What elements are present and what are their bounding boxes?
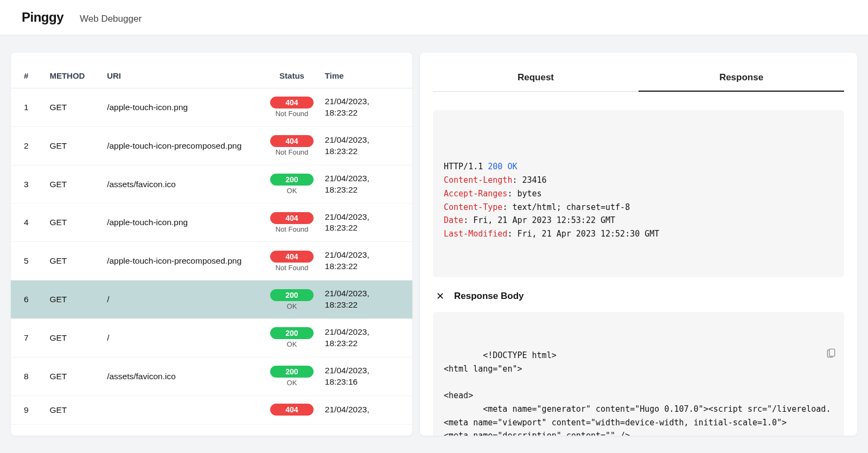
table-row[interactable]: 1GET/apple-touch-icon.png404Not Found21/… [11, 88, 412, 127]
cell-num: 2 [11, 126, 45, 165]
cell-uri: / [103, 280, 263, 319]
header-line: Accept-Ranges: bytes [444, 187, 833, 201]
details-tabs: Request Response [433, 66, 844, 92]
cell-num: 6 [11, 280, 45, 319]
status-text: OK [287, 187, 297, 195]
copy-headers-button[interactable] [826, 118, 837, 130]
status-text: Not Found [276, 110, 309, 118]
svg-rect-1 [829, 349, 835, 356]
cell-time: 21/04/2023,18:23:22 [321, 126, 412, 165]
header-line: Date: Fri, 21 Apr 2023 12:53:22 GMT [444, 214, 833, 227]
table-row[interactable]: 2GET/apple-touch-icon-precomposed.png404… [11, 126, 412, 165]
copy-body-button[interactable] [826, 320, 837, 331]
tab-response[interactable]: Response [639, 66, 844, 92]
response-body-title: Response Body [454, 291, 524, 302]
response-body-block: <!DOCTYPE html> <html lang="en"> <head> … [433, 312, 844, 436]
response-body-title-row: ✕ Response Body [433, 277, 844, 312]
response-headers-block: HTTP/1.1 200 OKContent-Length: 23416Acce… [433, 110, 844, 277]
app-header: Pinggy Web Debugger [0, 0, 868, 35]
status-text: Not Found [276, 264, 309, 272]
status-line: HTTP/1.1 200 OK [444, 160, 833, 174]
cell-time: 21/04/2023,18:23:22 [321, 319, 412, 358]
status-text: OK [287, 340, 297, 348]
table-row[interactable]: 6GET/200OK21/04/2023,18:23:22 [11, 280, 412, 319]
table-row[interactable]: 3GET/assets/favicon.ico200OK21/04/2023,1… [11, 165, 412, 203]
cell-time: 21/04/2023,18:23:22 [321, 165, 412, 203]
col-header-uri: URI [103, 66, 263, 88]
tab-request[interactable]: Request [433, 66, 639, 91]
cell-time: 21/04/2023,18:23:16 [321, 357, 412, 395]
cell-uri: / [103, 319, 263, 358]
cell-time: 21/04/2023,18:23:22 [321, 242, 412, 280]
response-body-text: <!DOCTYPE html> <html lang="en"> <head> … [444, 350, 831, 436]
table-row[interactable]: 7GET/200OK21/04/2023,18:23:22 [11, 319, 412, 358]
header-line: Content-Length: 23416 [444, 174, 833, 187]
status-badge: 404 [270, 251, 314, 263]
cell-num: 4 [11, 203, 45, 242]
cell-method: GET [45, 203, 103, 242]
cell-method: GET [45, 395, 103, 424]
cell-uri: /apple-touch-icon-precomposed.png [103, 242, 263, 280]
cell-time: 21/04/2023,18:23:22 [321, 88, 412, 127]
requests-table: # METHOD URI Status Time 1GET/apple-touc… [11, 66, 412, 425]
cell-uri: /assets/favicon.ico [103, 357, 263, 395]
cell-status: 404 [263, 395, 321, 424]
status-badge: 404 [270, 404, 314, 416]
table-row[interactable]: 4GET/apple-touch-icon.png404Not Found21/… [11, 203, 412, 242]
col-header-time: Time [321, 66, 412, 88]
cell-status: 404Not Found [263, 88, 321, 127]
response-content: HTTP/1.1 200 OKContent-Length: 23416Acce… [433, 92, 844, 436]
cell-uri: /apple-touch-icon-precomposed.png [103, 126, 263, 165]
cell-status: 200OK [263, 280, 321, 319]
cell-num: 1 [11, 88, 45, 127]
table-row[interactable]: 8GET/assets/favicon.ico200OK21/04/2023,1… [11, 357, 412, 395]
status-badge: 200 [270, 174, 314, 186]
cell-method: GET [45, 280, 103, 319]
cell-uri: /assets/favicon.ico [103, 165, 263, 203]
status-text: Not Found [276, 225, 309, 233]
cell-num: 8 [11, 357, 45, 395]
clipboard-icon [826, 347, 837, 359]
status-badge: 404 [270, 97, 314, 109]
cell-uri: /apple-touch-icon.png [103, 88, 263, 127]
cell-status: 200OK [263, 357, 321, 395]
cell-num: 5 [11, 242, 45, 280]
status-badge: 404 [270, 212, 314, 224]
cell-time: 21/04/2023,18:23:22 [321, 280, 412, 319]
col-header-method: METHOD [45, 66, 103, 88]
requests-panel: # METHOD URI Status Time 1GET/apple-touc… [11, 53, 412, 436]
cell-uri [103, 395, 263, 424]
cell-method: GET [45, 242, 103, 280]
status-badge: 200 [270, 327, 314, 339]
col-header-num: # [11, 66, 45, 88]
cell-num: 9 [11, 395, 45, 424]
app-subtitle: Web Debugger [80, 14, 142, 24]
table-row[interactable]: 9GET40421/04/2023, [11, 395, 412, 424]
logo: Pinggy [22, 10, 63, 25]
cell-status: 404Not Found [263, 242, 321, 280]
status-text: Not Found [276, 148, 309, 156]
cell-method: GET [45, 357, 103, 395]
cell-method: GET [45, 126, 103, 165]
cell-method: GET [45, 88, 103, 127]
status-badge: 404 [270, 135, 314, 147]
close-icon[interactable]: ✕ [436, 290, 444, 302]
cell-method: GET [45, 319, 103, 358]
status-text: OK [287, 379, 297, 387]
cell-method: GET [45, 165, 103, 203]
details-panel: Request Response HTTP/1.1 200 OKContent-… [420, 53, 857, 436]
header-line: Content-Type: text/html; charset=utf-8 [444, 201, 833, 214]
requests-table-scroll[interactable]: # METHOD URI Status Time 1GET/apple-touc… [11, 66, 412, 436]
cell-num: 7 [11, 319, 45, 358]
status-badge: 200 [270, 289, 314, 301]
status-text: OK [287, 302, 297, 310]
cell-time: 21/04/2023,18:23:22 [321, 203, 412, 242]
cell-uri: /apple-touch-icon.png [103, 203, 263, 242]
cell-num: 3 [11, 165, 45, 203]
status-badge: 200 [270, 366, 314, 378]
col-header-status: Status [263, 66, 321, 88]
cell-status: 404Not Found [263, 203, 321, 242]
table-row[interactable]: 5GET/apple-touch-icon-precomposed.png404… [11, 242, 412, 280]
cell-status: 404Not Found [263, 126, 321, 165]
header-line: Last-Modified: Fri, 21 Apr 2023 12:52:30… [444, 227, 833, 241]
